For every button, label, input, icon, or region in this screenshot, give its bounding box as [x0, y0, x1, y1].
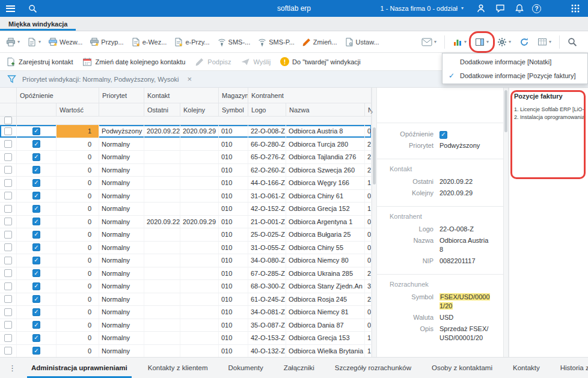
additional-info-panel-button[interactable]: ▾ [473, 35, 491, 49]
search-button[interactable] [565, 35, 580, 49]
row-delay-checkbox[interactable]: ✓ [17, 190, 57, 203]
row-select-checkbox[interactable] [0, 203, 17, 215]
search-icon[interactable] [26, 2, 39, 15]
grid-row[interactable]: ✓0Normalny01035-O-087-ZOdbiorca Dania 87… [0, 319, 372, 332]
grid-row[interactable]: ✓0Normalny01031-O-061-ZOdbiorca Chiny 61… [0, 190, 372, 203]
chat-icon[interactable] [494, 2, 507, 15]
grid-row[interactable]: ✓0Normalny01044-O-166-ZOdbiorca Węgry 16… [0, 177, 372, 190]
row-select-checkbox[interactable] [0, 293, 17, 306]
col-group-opoznienie[interactable]: Opóźnienie [17, 88, 99, 103]
row-select-checkbox[interactable] [0, 125, 17, 138]
bottom-tab-zalaczniki[interactable]: Załączniki [274, 358, 325, 378]
row-select-checkbox[interactable] [0, 228, 17, 241]
bottom-tab-osoby-z-kontaktami[interactable]: Osoby z kontaktami [421, 358, 503, 378]
menu-item-notatki[interactable]: Dodatkowe informacje [Notatki] [443, 55, 587, 69]
row-delay-checkbox[interactable]: ✓ [17, 345, 57, 358]
col-ostatni[interactable]: Ostatni [144, 103, 180, 117]
column-scroll-right-icon[interactable]: › [370, 107, 373, 116]
grid-row[interactable]: ✓0Normalny01067-O-285-ZOdbiorca Ukraina … [0, 267, 372, 281]
col-group-kontakt[interactable]: Kontakt [144, 88, 219, 103]
row-delay-checkbox[interactable]: ✓ [17, 151, 57, 163]
row-delay-checkbox[interactable]: ✓ [17, 306, 57, 319]
grid-row[interactable]: ✓0Normalny2020.09.222020.09.2901021-O-00… [0, 216, 372, 229]
e-przypomnienia-button[interactable]: e-Przy... [171, 35, 212, 49]
select-all-checkbox[interactable] [4, 117, 12, 124]
col-group-kontrahent[interactable]: Kontrahent [248, 88, 372, 103]
row-delay-checkbox[interactable]: ✓ [17, 125, 57, 138]
grid-row[interactable]: ✓0Normalny01061-O-245-ZOdbiorca Rosja 24… [0, 293, 372, 306]
export-button[interactable]: ▾ [25, 35, 43, 49]
row-delay-checkbox[interactable]: ✓ [17, 280, 57, 293]
row-select-checkbox[interactable] [0, 345, 17, 358]
e-wezwania-button[interactable]: e-Wez... [129, 35, 170, 49]
bell-icon[interactable] [513, 2, 526, 15]
bottom-tab-kontakty-z-klientem[interactable]: Kontakty z klientem [138, 358, 218, 378]
row-select-checkbox[interactable] [0, 216, 17, 228]
apps-grid-icon[interactable] [569, 2, 582, 15]
ustaw-button[interactable]: Ustaw... [342, 35, 382, 49]
grid-row[interactable]: ✓1Podwyższony2020.09.222020.09.2901022-O… [0, 125, 372, 138]
more-menu-icon[interactable]: ⋮ [4, 358, 21, 378]
row-select-checkbox[interactable] [0, 267, 17, 280]
col-symbol[interactable]: Symbol [219, 103, 248, 117]
print-button[interactable]: ▾ [4, 35, 22, 49]
chart-button[interactable]: ▾ [450, 35, 469, 49]
row-delay-checkbox[interactable]: ✓ [17, 216, 57, 228]
bottom-tab-historia-zmian[interactable]: Historia zmian [550, 358, 588, 378]
row-delay-checkbox[interactable]: ✓ [17, 254, 57, 267]
grid-row[interactable]: ✓0Normalny01025-O-025-ZOdbiorca Bułgaria… [0, 228, 372, 242]
row-select-checkbox[interactable] [0, 138, 17, 151]
grid-row[interactable]: ✓0Normalny01031-O-055-ZOdbiorca Chiny 55… [0, 242, 372, 255]
menu-item-pozycje-faktury[interactable]: ✓ Dodatkowe informacje [Pozycje faktury] [443, 69, 587, 82]
sign-button[interactable]: Podpisz [195, 57, 231, 67]
send-button[interactable]: Wyślij [240, 57, 271, 67]
grid-row[interactable]: ✓0Normalny01042-O-152-ZOdbiorca Grecja 1… [0, 203, 372, 216]
col-wartosc[interactable]: Wartość [57, 103, 99, 117]
row-delay-checkbox[interactable]: ✓ [17, 177, 57, 189]
row-select-checkbox[interactable] [0, 177, 17, 189]
close-icon[interactable]: × [185, 75, 195, 84]
row-select-checkbox[interactable] [0, 242, 17, 254]
help-icon[interactable]: ? [532, 4, 541, 13]
bottom-tab-szczegoly-rozrachunkow[interactable]: Szczegóły rozrachunków [325, 358, 421, 378]
col-group-magazyn[interactable]: Magazyn [219, 88, 248, 103]
row-delay-checkbox[interactable]: ✓ [17, 228, 57, 241]
change-next-contact-date-button[interactable]: Zmień datę kolejnego kontaktu [82, 57, 185, 67]
row-delay-checkbox[interactable]: ✓ [17, 203, 57, 215]
wezwania-button[interactable]: Wezw... [46, 35, 85, 49]
col-logo[interactable]: Logo [248, 103, 286, 117]
row-delay-checkbox[interactable]: ✓ [17, 319, 57, 332]
row-delay-checkbox[interactable]: ✓ [17, 138, 57, 151]
detail-scrollbar-thumb[interactable] [504, 90, 507, 132]
grid-row[interactable]: ✓0Normalny01042-O-153-ZOdbiorca Grecja 1… [0, 332, 372, 345]
detail-scrollbar[interactable] [503, 88, 509, 357]
col-delay-flag[interactable] [17, 103, 57, 117]
grid-settings-button[interactable]: ▾ [535, 35, 554, 49]
row-delay-checkbox[interactable]: ✓ [17, 293, 57, 306]
grid-row[interactable]: ✓0Normalny01065-O-276-ZOdbiorca Tajlandi… [0, 151, 372, 164]
row-select-checkbox[interactable] [0, 151, 17, 163]
settings-button[interactable]: ▾ [495, 35, 513, 49]
row-select-checkbox[interactable] [0, 280, 17, 293]
bottom-tab-dokumenty[interactable]: Dokumenty [218, 358, 273, 378]
hamburger-menu-icon[interactable] [6, 5, 15, 12]
col-kolejny[interactable]: Kolejny [180, 103, 219, 117]
hard-collection-button[interactable]: ! Do "twardej" windykacji [280, 57, 361, 66]
refresh-button[interactable] [517, 35, 531, 49]
col-nazwa[interactable]: Nazwa [286, 103, 365, 117]
row-select-checkbox[interactable] [0, 164, 17, 177]
grid-row[interactable]: ✓0Normalny01034-O-080-ZOdbiorca Niemcy 8… [0, 254, 372, 267]
grid-row[interactable]: ✓0Normalny01068-O-300-ZOdbiorca Stany Zj… [0, 280, 372, 293]
row-delay-checkbox[interactable]: ✓ [17, 267, 57, 280]
col-group-priorytet[interactable]: Priorytet [99, 88, 144, 103]
bottom-tab-administracja-uprawnieniami[interactable]: Administracja uprawnieniami [21, 358, 138, 378]
row-select-checkbox[interactable] [0, 254, 17, 267]
zmien-button[interactable]: Zmień... [299, 35, 340, 49]
grid-row[interactable]: ✓0Normalny01062-O-260-ZOdbiorca Szwecja … [0, 164, 372, 177]
tab-miekka-windykacja[interactable]: Miękka windykacja [0, 17, 76, 31]
register-contact-button[interactable]: Zarejestruj kontakt [6, 57, 73, 67]
row-delay-checkbox[interactable]: ✓ [17, 164, 57, 177]
checkbox-checked-icon[interactable]: ✓ [439, 131, 447, 139]
row-select-checkbox[interactable] [0, 332, 17, 344]
sms-p-button[interactable]: SMS-P... [255, 35, 297, 49]
